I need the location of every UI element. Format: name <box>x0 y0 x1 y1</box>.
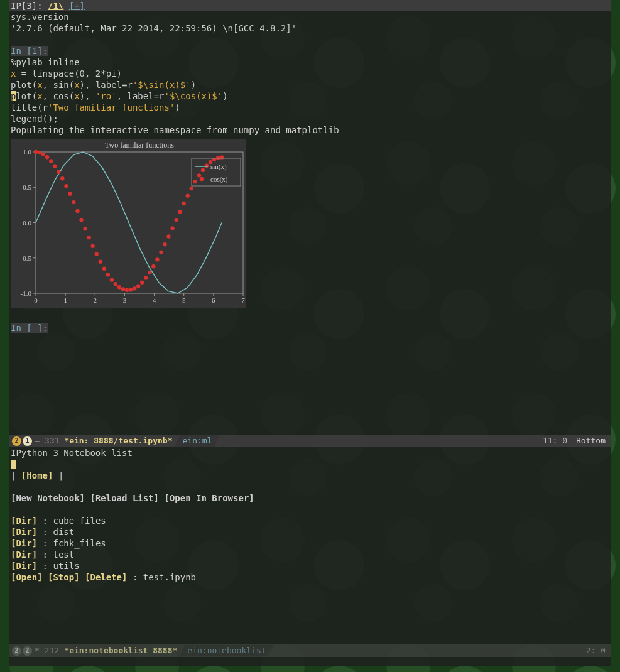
dir-link[interactable]: [Dir] <box>11 538 37 548</box>
notebooklist-pane[interactable]: IPython 3 Notebook list | [Home] | [New … <box>9 447 611 644</box>
minibuffer[interactable] <box>9 657 611 666</box>
svg-text:cos(x): cos(x) <box>210 175 228 183</box>
modeline-top: 2 1 — 331 *ein: 8888/test.ipynb* ein:ml … <box>9 435 611 447</box>
svg-point-58 <box>148 271 151 274</box>
line-number: 212 <box>42 645 62 656</box>
svg-point-41 <box>83 227 87 230</box>
svg-point-29 <box>38 151 41 154</box>
dir-link[interactable]: [Dir] <box>11 561 37 571</box>
svg-point-43 <box>90 244 94 248</box>
svg-point-30 <box>41 153 45 156</box>
svg-point-66 <box>178 210 182 214</box>
svg-point-76 <box>216 156 220 160</box>
svg-text:2: 2 <box>94 296 97 304</box>
code-line[interactable]: title(r'Two familiar functions') <box>11 102 609 113</box>
svg-point-47 <box>106 273 110 276</box>
svg-text:5: 5 <box>182 296 186 304</box>
svg-point-46 <box>102 267 106 271</box>
tab-active[interactable]: /1\ <box>48 1 63 11</box>
scroll-position: Bottom <box>576 435 606 447</box>
svg-point-32 <box>49 159 53 163</box>
cursor <box>11 460 16 469</box>
page-title: IPython 3 Notebook list <box>11 447 609 458</box>
buffer-name: *ein:notebooklist 8888* <box>62 645 180 656</box>
tab-add[interactable]: [+] <box>69 1 85 11</box>
open-notebook-button[interactable]: [Open] <box>11 572 43 582</box>
svg-point-70 <box>193 180 197 183</box>
delete-notebook-button[interactable]: [Delete] <box>85 572 127 582</box>
svg-point-34 <box>57 170 60 174</box>
new-notebook-button[interactable]: [New Notebook] <box>11 493 85 503</box>
svg-point-36 <box>64 184 68 188</box>
cursor-position: 11: 0 <box>543 435 567 447</box>
svg-point-59 <box>151 264 155 268</box>
cell-input-prompt: In [1]: <box>11 45 609 57</box>
dir-link[interactable]: [Dir] <box>11 550 37 560</box>
svg-point-81 <box>200 177 204 181</box>
svg-point-51 <box>121 287 125 291</box>
svg-point-40 <box>79 218 83 222</box>
svg-text:-1.0: -1.0 <box>21 290 32 297</box>
header-prompt: IP[3]: <box>11 1 43 11</box>
code-line[interactable]: plot(x, cos(x), 'ro', label=r'$\cos(x)$'… <box>11 90 609 102</box>
reload-list-button[interactable]: [Reload List] <box>90 493 159 503</box>
svg-point-60 <box>155 257 159 261</box>
svg-text:1: 1 <box>63 296 67 304</box>
svg-rect-0 <box>36 152 243 293</box>
svg-point-56 <box>140 281 144 285</box>
svg-point-38 <box>72 200 75 204</box>
svg-point-55 <box>136 284 140 288</box>
output-line: sys.version <box>11 11 609 23</box>
svg-point-31 <box>45 155 49 159</box>
svg-point-50 <box>117 285 121 289</box>
svg-point-73 <box>205 164 209 168</box>
svg-point-57 <box>144 276 148 279</box>
home-link[interactable]: [Home] <box>21 470 53 480</box>
dir-link[interactable]: [Dir] <box>11 527 37 537</box>
svg-text:sin(x): sin(x) <box>210 163 227 171</box>
svg-text:-0.5: -0.5 <box>21 254 32 262</box>
dir-name: utils <box>53 561 79 571</box>
code-line[interactable]: %pylab inline <box>11 57 609 68</box>
open-in-browser-button[interactable]: [Open In Browser] <box>164 493 254 503</box>
svg-point-28 <box>34 150 38 154</box>
svg-point-52 <box>125 288 129 292</box>
svg-point-71 <box>197 173 201 177</box>
svg-text:0: 0 <box>34 296 38 304</box>
notebook-filename: test.ipynb <box>143 572 196 582</box>
dir-name: fchk_files <box>53 538 106 548</box>
svg-text:Two familiar functions: Two familiar functions <box>105 141 174 149</box>
code-line[interactable]: x = linspace(0, 2*pi) <box>11 68 609 79</box>
notebook-pane[interactable]: IP[3]: /1\ [+] sys.version '2.7.6 (defau… <box>9 0 611 435</box>
dir-name: dist <box>53 527 74 537</box>
svg-point-63 <box>166 234 170 238</box>
output-line: '2.7.6 (default, Mar 22 2014, 22:59:56) … <box>11 23 609 34</box>
code-line[interactable]: plot(x, sin(x), label=r'$\sin(x)$') <box>11 79 609 90</box>
dir-link[interactable]: [Dir] <box>11 516 37 526</box>
modeline-bottom: 2 2 * 212 *ein:notebooklist 8888* ein:no… <box>9 644 611 657</box>
svg-point-35 <box>60 176 64 180</box>
svg-point-48 <box>110 278 114 281</box>
indicator-icon: 2 <box>23 646 32 656</box>
code-line[interactable]: legend(); <box>11 113 609 124</box>
svg-point-49 <box>114 282 117 286</box>
svg-point-61 <box>159 250 163 254</box>
svg-point-54 <box>133 286 136 290</box>
svg-text:6: 6 <box>212 296 215 304</box>
svg-point-77 <box>220 155 224 159</box>
svg-point-65 <box>174 218 178 222</box>
svg-point-39 <box>75 209 79 213</box>
svg-point-68 <box>186 193 190 197</box>
svg-point-72 <box>201 168 205 172</box>
dir-name: test <box>53 550 74 560</box>
major-mode: ein:ml <box>175 435 220 447</box>
line-number: 331 <box>42 435 62 447</box>
svg-point-69 <box>190 187 193 190</box>
stop-notebook-button[interactable]: [Stop] <box>48 572 80 582</box>
plot-output: Two familiar functions01234567-1.0-0.50.… <box>11 139 246 308</box>
svg-point-44 <box>94 252 98 256</box>
dir-name: cube_files <box>53 516 106 526</box>
major-mode: ein:notebooklist <box>180 645 273 656</box>
svg-text:1.0: 1.0 <box>23 148 31 156</box>
indicator-icon: 2 <box>12 646 21 656</box>
